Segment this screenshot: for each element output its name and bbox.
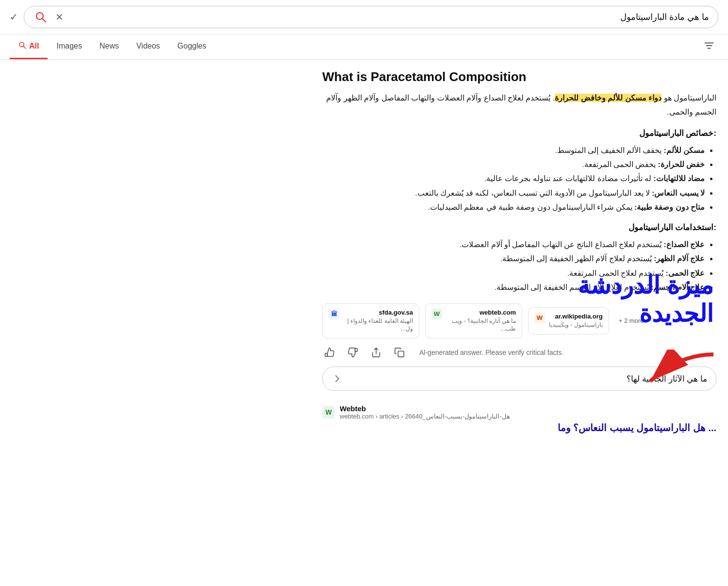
tab-images[interactable]: Images <box>48 35 90 59</box>
source-card-sfda[interactable]: 🏛 sfda.gov.sa الهيئة العامة للغذاء والدو… <box>322 303 419 339</box>
search-confirm-button[interactable]: ✓ <box>10 11 18 23</box>
web-result-favicon: W <box>322 406 335 419</box>
list-item: علاج آلام الظهر: يُستخدم لعلاج آلام الظه… <box>322 251 705 266</box>
search-bar: ✕ <box>24 6 718 28</box>
chat-send-button[interactable] <box>331 373 343 385</box>
page-root: ميزة الدردشة الجديدة ✕ ✓ <box>0 0 728 453</box>
search-icon-button[interactable] <box>33 11 49 23</box>
search-input[interactable] <box>70 12 709 22</box>
source-card-webteb[interactable]: W webteb.com ما هي آثاره الجانبية؟ - ويب… <box>425 303 522 339</box>
tab-videos-label: Videos <box>136 42 160 50</box>
tab-images-label: Images <box>56 42 82 50</box>
list-item: خفض للحرارة: يخفض الحمى المرتفعة. <box>322 157 705 171</box>
list-item: مسكن للألم: يخفف الألم الخفيف إلى المتوس… <box>322 143 705 157</box>
svg-line-4 <box>23 46 25 48</box>
main-content: What is Paracetamol Composition الباراسي… <box>311 60 728 453</box>
list-item: لا يسبب النعاس: لا يعد الباراسيتامول من … <box>322 186 705 200</box>
source-favicon-wiki: W <box>534 313 545 323</box>
filter-icon <box>704 40 714 51</box>
chat-input[interactable] <box>348 374 707 384</box>
source-card-wiki[interactable]: W ar.wikipedia.org باراسيتامول - ويكيبيد… <box>528 307 609 335</box>
tab-news-label: News <box>99 42 119 50</box>
source-domain-webteb: webteb.com <box>446 309 516 316</box>
list-item: علاج آلام الجسم: يُستخدم لعلاج آلام الجس… <box>322 280 705 294</box>
ai-answer-title: What is Paracetamol Composition <box>322 69 716 84</box>
section1-title: :خصائص الباراسيتامول <box>322 128 716 138</box>
source-snippet-sfda: الهيئة العامة للغذاء والدواء | ول... <box>343 317 413 334</box>
web-result-webteb: W Webteb webteb.com › articles › هل-البا… <box>322 404 716 443</box>
section2-list: علاج الصداع: يُستخدم لعلاج الصداع الناتج… <box>322 237 716 295</box>
tab-videos[interactable]: Videos <box>128 35 169 59</box>
search-tab-icon <box>18 41 26 51</box>
chat-input-row <box>322 367 716 391</box>
share-icon <box>371 347 381 358</box>
ai-intro-text: الباراسيتامول هو دواء مسكن للألم وخافض ل… <box>322 91 716 119</box>
source-favicon-webteb: W <box>431 309 442 319</box>
thumbs-up-button[interactable] <box>322 345 337 360</box>
sources-row: 🏛 sfda.gov.sa الهيئة العامة للغذاء والدو… <box>322 303 716 339</box>
list-item: علاج الحمى: يُستخدم لعلاج الحمى المرتفعة… <box>322 266 705 280</box>
section1-list: مسكن للألم: يخفف الألم الخفيف إلى المتوس… <box>322 143 716 215</box>
list-item: علاج الصداع: يُستخدم لعلاج الصداع الناتج… <box>322 237 705 251</box>
svg-rect-9 <box>355 349 358 352</box>
thumbs-down-icon <box>347 347 358 358</box>
source-domain-wiki: ar.wikipedia.org <box>549 313 603 320</box>
svg-rect-11 <box>398 351 404 357</box>
thumbs-up-icon <box>324 347 335 358</box>
source-domain-sfda: sfda.gov.sa <box>343 309 413 316</box>
source-snippet-wiki: باراسيتامول - ويكيبيديا <box>549 321 603 329</box>
svg-rect-8 <box>325 353 328 356</box>
search-bar-wrapper: ✕ ✓ <box>0 0 728 34</box>
tab-all[interactable]: All <box>10 34 48 59</box>
filter-button[interactable] <box>700 36 718 58</box>
tab-all-label: All <box>29 42 39 50</box>
source-snippet-webteb: ما هي آثاره الجانبية؟ - ويب طب... <box>446 317 516 334</box>
tab-news[interactable]: News <box>91 35 128 59</box>
more-sources-button[interactable]: + 2 more <box>615 312 648 329</box>
thumbs-down-button[interactable] <box>346 345 360 360</box>
nav-tabs: All Images News Videos Goggles <box>0 34 728 60</box>
ai-intro-highlight: دواء مسكن للألم وخافض للحرارة <box>555 94 662 102</box>
source-favicon-sfda: 🏛 <box>329 309 339 319</box>
ai-disclaimer: Al-generated answer. Please verify criti… <box>419 349 563 356</box>
search-icon <box>35 11 47 23</box>
web-result-site-name: Webteb <box>340 404 510 413</box>
search-clear-button[interactable]: ✕ <box>53 11 66 23</box>
copy-icon <box>394 347 405 358</box>
list-item: مضاد للالتهابات: له تأثيرات مضادة للالته… <box>322 171 705 185</box>
list-item: متاح دون وصفة طبية: يمكن شراء الباراسيتا… <box>322 200 705 214</box>
tab-goggles[interactable]: Goggles <box>169 35 215 59</box>
send-icon <box>331 373 343 385</box>
copy-button[interactable] <box>392 345 407 360</box>
share-button[interactable] <box>369 345 383 360</box>
action-row: Al-generated answer. Please verify criti… <box>322 345 716 360</box>
web-result-source: W Webteb webteb.com › articles › هل-البا… <box>322 404 716 420</box>
web-result-title[interactable]: ... هل الباراسيتامول يسبب النعاس؟ وما <box>322 422 716 434</box>
ai-answer-card: What is Paracetamol Composition الباراسي… <box>322 69 716 391</box>
svg-line-2 <box>43 19 46 22</box>
section2-title: :استخدامات الباراسيتامول <box>322 222 716 233</box>
web-result-url: webteb.com › articles › هل-الباراسيتامول… <box>340 413 510 420</box>
tab-goggles-label: Goggles <box>178 42 207 50</box>
